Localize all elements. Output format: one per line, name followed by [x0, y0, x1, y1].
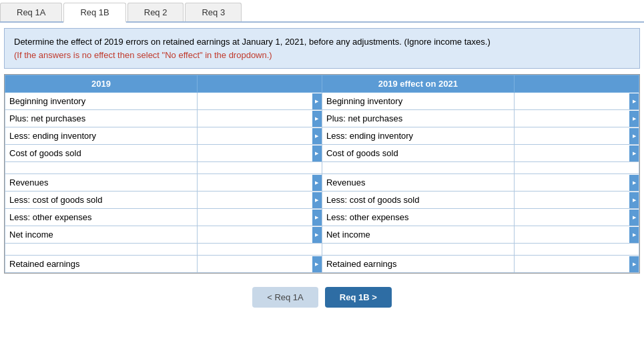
input-field-left-retained-earnings[interactable] — [198, 256, 312, 272]
input-field-left-ending-inventory[interactable] — [198, 128, 312, 144]
col-header-effect-input — [514, 75, 639, 93]
input-right-beginning-inventory[interactable] — [514, 93, 639, 110]
instructions-line1: Determine the effect of 2019 errors on r… — [14, 37, 491, 47]
dropdown-arrow-left-retained-earnings[interactable] — [312, 256, 322, 272]
col-header-2019-effect: 2019 effect on 2021 — [322, 75, 514, 93]
input-left-ending-inventory[interactable] — [197, 127, 322, 145]
label-right-less-cogs: Less: cost of goods sold — [322, 192, 514, 209]
label-right-revenues: Revenues — [322, 174, 514, 192]
label-net-income: Net income — [5, 226, 198, 244]
input-field-right-ending-inventory[interactable] — [515, 128, 629, 144]
empty-label-4 — [5, 162, 198, 174]
input-field-right-net-purchases[interactable] — [515, 111, 629, 127]
input-right-cost-of-goods-sold-1[interactable] — [514, 145, 639, 162]
input-left-retained-earnings[interactable] — [197, 256, 322, 273]
input-right-ending-inventory[interactable] — [514, 127, 639, 145]
dropdown-arrow-right-revenues[interactable] — [629, 175, 639, 191]
input-right-less-other[interactable] — [514, 209, 639, 226]
dropdown-arrow-left-less-other[interactable] — [312, 210, 322, 226]
input-right-net-income[interactable] — [514, 226, 639, 244]
input-right-net-purchases[interactable] — [514, 110, 639, 127]
label-revenues: Revenues — [5, 174, 198, 192]
instructions-line2: (If the answers is no effect then select… — [14, 50, 272, 60]
label-right-net-income: Net income — [322, 226, 514, 244]
tab-req1b[interactable]: Req 1B — [63, 3, 125, 23]
main-table-container: 2019 2019 effect on 2021 Beginning inven… — [4, 74, 640, 274]
tab-req2[interactable]: Req 2 — [127, 3, 184, 21]
dropdown-arrow-right-retained-earnings[interactable] — [629, 256, 639, 272]
col-header-2019: 2019 — [5, 75, 198, 93]
input-right-retained-earnings[interactable] — [514, 256, 639, 273]
dropdown-arrow-right-net-purchases[interactable] — [629, 111, 639, 127]
input-field-left-less-cogs[interactable] — [198, 192, 312, 208]
empty-input-left-4 — [197, 162, 322, 174]
dropdown-arrow-left-net-purchases[interactable] — [312, 111, 322, 127]
label-right-net-purchases: Plus: net purchases — [322, 110, 514, 127]
input-field-left-net-income[interactable] — [198, 227, 312, 243]
empty-label-9 — [5, 244, 198, 256]
dropdown-arrow-right-net-income[interactable] — [629, 227, 639, 243]
dropdown-arrow-right-less-cogs[interactable] — [629, 192, 639, 208]
input-left-cost-of-goods-sold-1[interactable] — [197, 145, 322, 162]
label-right-cost-of-goods-sold-1: Cost of goods sold — [322, 145, 514, 162]
input-field-right-beginning-inventory[interactable] — [515, 93, 629, 109]
input-field-right-net-income[interactable] — [515, 227, 629, 243]
input-field-right-retained-earnings[interactable] — [515, 256, 629, 272]
dropdown-arrow-left-revenues[interactable] — [312, 175, 322, 191]
dropdown-arrow-left-less-cogs[interactable] — [312, 192, 322, 208]
effects-table: 2019 2019 effect on 2021 Beginning inven… — [5, 75, 639, 273]
input-field-left-revenues[interactable] — [198, 175, 312, 191]
input-field-right-cost-of-goods-sold-1[interactable] — [515, 145, 629, 161]
label-right-less-other: Less: other expenses — [322, 209, 514, 226]
input-left-less-cogs[interactable] — [197, 192, 322, 209]
input-left-net-purchases[interactable] — [197, 110, 322, 127]
input-left-beginning-inventory[interactable] — [197, 93, 322, 110]
label-retained-earnings: Retained earnings — [5, 256, 198, 273]
empty-input-right-4 — [514, 162, 639, 174]
input-field-right-less-other[interactable] — [515, 210, 629, 226]
tabs-bar: Req 1A Req 1B Req 2 Req 3 — [0, 0, 644, 23]
label-beginning-inventory: Beginning inventory — [5, 93, 198, 110]
label-less-other: Less: other expenses — [5, 209, 198, 226]
input-field-left-cost-of-goods-sold-1[interactable] — [198, 145, 312, 161]
empty-input-right-9 — [514, 244, 639, 256]
label-net-purchases: Plus: net purchases — [5, 110, 198, 127]
col-header-2019-input — [197, 75, 322, 93]
tab-req1a[interactable]: Req 1A — [0, 3, 62, 21]
empty-label-right-9 — [322, 244, 514, 256]
dropdown-arrow-right-ending-inventory[interactable] — [629, 128, 639, 144]
input-left-net-income[interactable] — [197, 226, 322, 244]
dropdown-arrow-right-beginning-inventory[interactable] — [629, 93, 639, 109]
input-right-less-cogs[interactable] — [514, 192, 639, 209]
input-field-right-less-cogs[interactable] — [515, 192, 629, 208]
instructions-box: Determine the effect of 2019 errors on r… — [4, 28, 640, 69]
input-right-revenues[interactable] — [514, 174, 639, 192]
label-cost-of-goods-sold-1: Cost of goods sold — [5, 145, 198, 162]
dropdown-arrow-left-net-income[interactable] — [312, 227, 322, 243]
label-less-cogs: Less: cost of goods sold — [5, 192, 198, 209]
label-right-retained-earnings: Retained earnings — [322, 256, 514, 273]
input-left-less-other[interactable] — [197, 209, 322, 226]
empty-label-right-4 — [322, 162, 514, 174]
dropdown-arrow-left-cost-of-goods-sold-1[interactable] — [312, 145, 322, 161]
input-field-left-net-purchases[interactable] — [198, 111, 312, 127]
dropdown-arrow-right-less-other[interactable] — [629, 210, 639, 226]
label-right-beginning-inventory: Beginning inventory — [322, 93, 514, 110]
prev-button[interactable]: < Req 1A — [252, 287, 318, 308]
dropdown-arrow-left-beginning-inventory[interactable] — [312, 93, 322, 109]
empty-input-left-9 — [197, 244, 322, 256]
dropdown-arrow-left-ending-inventory[interactable] — [312, 128, 322, 144]
label-ending-inventory: Less: ending inventory — [5, 127, 198, 145]
tab-req3[interactable]: Req 3 — [185, 3, 242, 21]
label-right-ending-inventory: Less: ending inventory — [322, 127, 514, 145]
input-field-left-less-other[interactable] — [198, 210, 312, 226]
input-left-revenues[interactable] — [197, 174, 322, 192]
input-field-right-revenues[interactable] — [515, 175, 629, 191]
dropdown-arrow-right-cost-of-goods-sold-1[interactable] — [629, 145, 639, 161]
input-field-left-beginning-inventory[interactable] — [198, 93, 312, 109]
next-button[interactable]: Req 1B > — [325, 287, 392, 308]
navigation-buttons: < Req 1A Req 1B > — [0, 280, 644, 317]
